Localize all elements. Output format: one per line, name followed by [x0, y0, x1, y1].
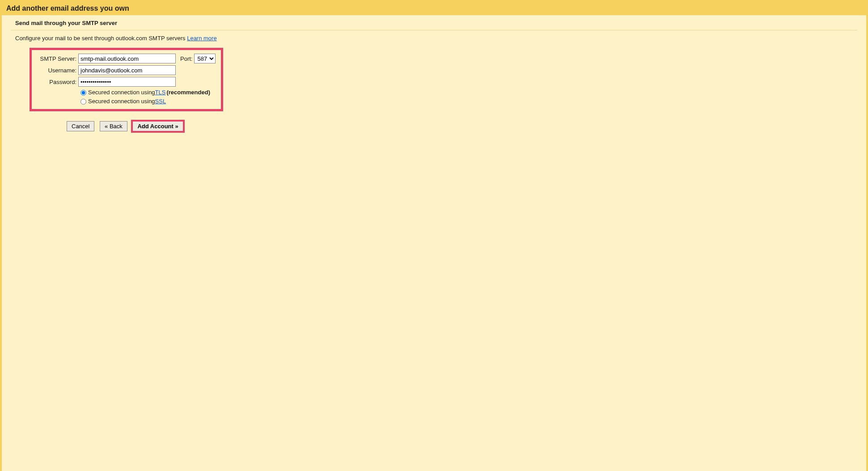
window-title-bar: Add another email address you own [2, 2, 866, 15]
smtp-server-input[interactable] [78, 54, 176, 63]
tls-recommended-text: (recommended) [166, 89, 210, 96]
content-area: Send mail through your SMTP server Confi… [2, 15, 866, 471]
ssl-link[interactable]: SSL [155, 98, 166, 105]
learn-more-link[interactable]: Learn more [187, 35, 216, 42]
window-outer: Add another email address you own Send m… [0, 0, 868, 471]
tls-link[interactable]: TLS [155, 89, 166, 96]
tls-radio[interactable] [80, 90, 86, 96]
username-input[interactable] [78, 65, 176, 75]
password-input[interactable] [78, 77, 176, 87]
add-account-button[interactable]: Add Account » [132, 121, 183, 131]
button-row: Cancel « Back Add Account » [67, 121, 866, 131]
ssl-radio[interactable] [80, 99, 86, 105]
window-title: Add another email address you own [6, 4, 129, 12]
smtp-server-label: SMTP Server: [35, 55, 76, 62]
instruction-text: Configure your mail to be sent through o… [15, 35, 187, 42]
port-select[interactable]: 587 [194, 54, 216, 63]
ssl-radio-row: Secured connection using SSL [78, 97, 216, 105]
tls-radio-prefix: Secured connection using [88, 89, 155, 96]
username-row: Username: [35, 65, 216, 75]
password-row: Password: [35, 77, 216, 87]
instruction-row: Configure your mail to be sent through o… [2, 30, 866, 46]
ssl-radio-prefix: Secured connection using [88, 98, 155, 105]
smtp-server-row: SMTP Server: Port: 587 [35, 54, 216, 63]
back-button[interactable]: « Back [100, 121, 127, 131]
username-label: Username: [35, 67, 76, 74]
port-label: Port: [180, 55, 192, 62]
cancel-button[interactable]: Cancel [67, 121, 94, 131]
password-label: Password: [35, 79, 76, 85]
smtp-form-highlight-box: SMTP Server: Port: 587 Username: Passwor… [30, 48, 223, 111]
tls-radio-row: Secured connection using TLS (recommende… [78, 88, 216, 96]
subtitle: Send mail through your SMTP server [2, 15, 866, 30]
